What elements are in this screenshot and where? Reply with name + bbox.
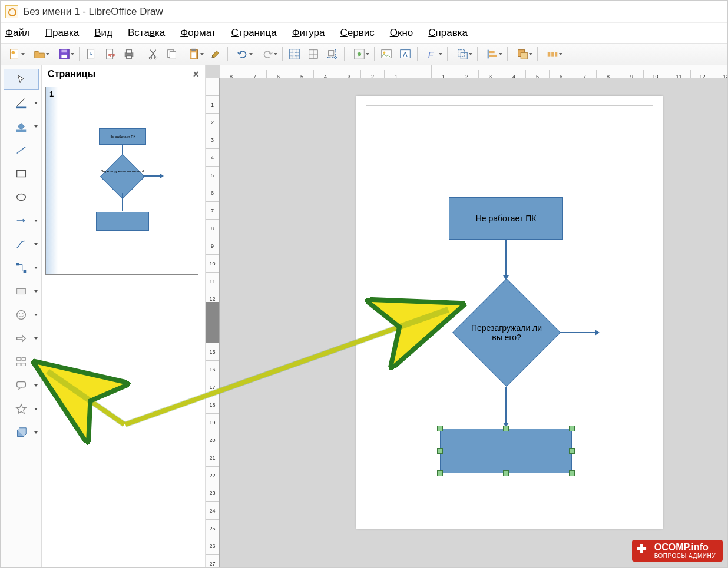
insert-image-button[interactable] (378, 46, 395, 62)
flowchart-decision-diamond[interactable]: Перезагружали ли вы его? (452, 278, 561, 387)
print-button[interactable] (120, 46, 138, 62)
undo-button[interactable] (231, 46, 254, 62)
separator (344, 47, 345, 61)
helplines-button[interactable] (323, 46, 341, 62)
separator (374, 47, 375, 61)
cut-button[interactable] (144, 46, 162, 62)
arrange-button[interactable] (511, 46, 534, 62)
pages-panel-title: Страницы (48, 69, 95, 79)
callout-tool[interactable] (4, 375, 39, 396)
menu-формат[interactable]: Формат (180, 27, 216, 39)
canvas-area: 8765432112345678910111213141516171819202… (206, 65, 727, 568)
svg-rect-48 (21, 358, 25, 361)
connector-tool[interactable] (4, 257, 39, 278)
copy-button[interactable] (163, 46, 181, 62)
svg-rect-39 (16, 171, 25, 177)
resize-handle[interactable] (503, 470, 509, 476)
menu-фигура[interactable]: Фигура (292, 27, 325, 39)
clone-format-button[interactable] (207, 46, 224, 62)
menu-окно[interactable]: Окно (390, 27, 413, 39)
select-tool[interactable] (4, 69, 39, 90)
svg-rect-34 (548, 52, 551, 56)
rectangle-tool[interactable] (4, 163, 39, 184)
menu-файл[interactable]: Файл (5, 27, 30, 39)
resize-handle[interactable] (437, 470, 443, 476)
line-tool[interactable] (4, 139, 39, 161)
line-color-tool[interactable] (4, 92, 39, 114)
grid-toggle-button[interactable] (286, 46, 303, 62)
ellipse-tool[interactable] (4, 187, 39, 208)
snap-grid-button[interactable] (305, 46, 322, 62)
vertical-ruler: 1234567891011121314151617181920212223242… (206, 78, 220, 568)
export-button[interactable] (82, 46, 100, 62)
svg-rect-0 (11, 49, 18, 59)
pages-panel-header: Страницы × (42, 65, 205, 83)
svg-point-44 (16, 311, 25, 320)
3d-tool[interactable] (4, 422, 39, 443)
svg-rect-3 (61, 55, 67, 58)
connector-line[interactable] (505, 387, 507, 424)
menu-сервис[interactable]: Сервис (340, 27, 375, 39)
new-button[interactable] (3, 46, 27, 62)
svg-rect-51 (16, 382, 25, 387)
flowchart-tool[interactable] (4, 351, 39, 373)
flowchart-process-box-selected[interactable] (440, 429, 572, 473)
distribute-button[interactable] (541, 46, 564, 62)
arrowhead-icon (595, 330, 600, 336)
star-tool[interactable] (4, 398, 39, 420)
insert-textbox-button[interactable]: A (396, 46, 414, 62)
svg-rect-29 (461, 52, 467, 59)
resize-handle[interactable] (437, 448, 443, 454)
drawing-canvas[interactable]: Не работает ПК Перезагружали ли вы его? (220, 78, 727, 568)
menu-вставка[interactable]: Вставка (128, 27, 165, 39)
resize-handle[interactable] (437, 426, 443, 431)
paste-button[interactable] (182, 46, 206, 62)
transform-button[interactable] (451, 46, 474, 62)
svg-point-46 (22, 313, 23, 314)
separator (447, 47, 448, 61)
save-button[interactable] (52, 46, 76, 62)
resize-handle[interactable] (569, 470, 575, 476)
separator (282, 47, 283, 61)
separator (417, 47, 418, 61)
arrow-line-tool[interactable] (4, 210, 39, 231)
svg-rect-47 (16, 358, 20, 361)
connector-line[interactable] (505, 240, 507, 277)
menu-справка[interactable]: Справка (428, 27, 468, 39)
fontwork-button[interactable]: F (421, 46, 444, 62)
zoom-button[interactable] (348, 46, 371, 62)
close-panel-icon[interactable]: × (193, 68, 199, 81)
menu-правка[interactable]: Правка (45, 27, 79, 39)
page-number: 1 (49, 89, 54, 98)
svg-rect-10 (126, 56, 131, 59)
separator (227, 47, 228, 61)
resize-handle[interactable] (569, 448, 575, 454)
watermark-badge: OCOMP.info ВОПРОСЫ АДМИНУ (632, 540, 723, 562)
connector-line[interactable] (560, 332, 595, 333)
redo-button[interactable] (256, 46, 279, 62)
open-button[interactable] (28, 46, 51, 62)
svg-rect-16 (191, 49, 196, 51)
ruler-scroll-thumb[interactable] (206, 302, 220, 343)
curve-tool[interactable] (4, 234, 39, 255)
basic-shapes-tool[interactable] (4, 281, 39, 302)
page-thumbnail[interactable]: 1 Не работает ПК Перезагружали ли вы его… (45, 87, 198, 275)
menu-вид[interactable]: Вид (94, 27, 112, 39)
fill-color-tool[interactable] (4, 116, 39, 137)
symbol-shapes-tool[interactable] (4, 304, 39, 325)
menu-страница[interactable]: Страница (231, 27, 277, 39)
block-arrow-tool[interactable] (4, 328, 39, 349)
svg-rect-28 (458, 50, 465, 57)
flowchart-process-box[interactable]: Не работает ПК (449, 197, 563, 240)
svg-rect-50 (21, 363, 25, 366)
svg-point-45 (19, 313, 20, 314)
resize-handle[interactable] (503, 426, 509, 431)
svg-point-1 (12, 51, 15, 55)
svg-rect-9 (126, 50, 131, 54)
align-button[interactable] (481, 46, 504, 62)
resize-handle[interactable] (569, 426, 575, 431)
export-pdf-button[interactable]: PDF (101, 46, 119, 62)
pages-panel: Страницы × 1 Не работает ПК Перезагружал… (42, 65, 206, 568)
svg-rect-14 (170, 51, 176, 59)
svg-text:A: A (403, 51, 408, 58)
